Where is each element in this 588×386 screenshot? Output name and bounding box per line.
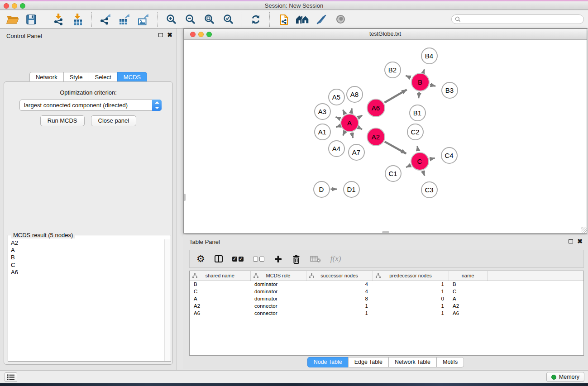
graph-node-B1[interactable]: B1 [409,105,426,121]
hide-labels-icon[interactable] [312,12,331,27]
graph-node-D[interactable]: D [313,181,330,198]
zoom-in-icon[interactable] [162,12,181,27]
open-file-icon[interactable] [3,12,22,27]
zoom-out-icon[interactable] [181,12,200,27]
mcds-result-item[interactable]: A2 [9,239,164,247]
horizontal-scrollbar-thumb[interactable] [382,231,389,233]
table-row[interactable]: Bdominator41B [190,281,583,288]
import-network-icon[interactable] [49,12,68,27]
tab-edge-table[interactable]: Edge Table [348,357,389,367]
delete-table-icon[interactable] [310,255,321,263]
column-header-predecessor-nodes[interactable]: predecessor nodes [373,271,449,281]
graph-edge-C-C4 [430,158,435,159]
refresh-layout-icon[interactable] [246,12,265,27]
float-panel-icon[interactable] [158,33,163,37]
mcds-result-item[interactable]: A [9,247,164,254]
show-columns-icon[interactable] [215,255,223,262]
tab-motifs[interactable]: Motifs [436,357,464,367]
window-resize-grip[interactable] [581,227,587,233]
table-toolbar: ⚙ ✓✓ f(x) [189,250,584,268]
task-history-button[interactable] [5,372,17,382]
graph-node-B3[interactable]: B3 [441,82,458,99]
table-row[interactable]: A2connector11A2 [190,302,583,310]
close-panel-icon[interactable]: ✖ [167,33,172,37]
duplicate-network-icon[interactable] [274,12,293,27]
delete-row-trash-icon[interactable] [292,254,301,264]
add-row-icon[interactable] [274,255,282,263]
zoom-fit-icon[interactable] [200,12,219,27]
zoom-selected-icon[interactable] [219,12,238,27]
graph-node-A3[interactable]: A3 [314,103,331,120]
select-all-checkboxes-icon[interactable]: ✓✓ [232,257,244,262]
graph-node-A2[interactable]: A2 [367,128,385,146]
table-cell: dominator [250,288,306,295]
deselect-all-checkboxes-icon[interactable] [253,257,264,262]
home-view-icon[interactable] [293,12,312,27]
float-panel-icon[interactable] [569,239,573,243]
table-panel-window-controls: ✖ [569,239,583,243]
graph-node-A[interactable]: A [340,114,359,132]
export-network-icon[interactable] [96,12,115,27]
close-panel-button[interactable]: Close panel [91,115,137,126]
graph-node-A7[interactable]: A7 [348,144,365,161]
import-table-icon[interactable] [68,12,87,27]
graph-node-C4[interactable]: C4 [441,147,458,164]
graph-node-C2[interactable]: C2 [407,124,424,140]
export-image-icon[interactable] [134,12,153,27]
mcds-result-item[interactable]: C [9,262,164,269]
column-header-name[interactable]: name [449,271,487,281]
show-preview-eye-icon[interactable] [331,12,350,27]
table-cell: A6 [449,310,487,317]
graph-node-B4[interactable]: B4 [421,48,438,64]
graph-node-A8[interactable]: A8 [346,86,363,103]
memory-button[interactable]: Memory [546,372,584,382]
tab-network-table[interactable]: Network Table [388,357,437,367]
function-builder-icon[interactable]: f(x) [330,254,341,263]
table-header-row: shared nameMCDS rolesuccessor nodesprede… [190,271,583,281]
column-header-filler [487,271,583,281]
network-view-window: testGlobe.txt AA6A2BCA5A8A3A1A4A7B2B4B3B… [183,29,587,234]
control-panel-window-controls: ✖ [158,33,172,37]
column-header-MCDS-role[interactable]: MCDS role [250,271,306,281]
column-header-shared-name[interactable]: shared name [190,271,250,281]
table-cell-filler [487,295,583,302]
graph-node-C3[interactable]: C3 [421,181,438,198]
graph-node-A6[interactable]: A6 [367,99,385,117]
memory-label: Memory [559,374,579,380]
tab-node-table[interactable]: Node Table [307,357,349,367]
mcds-result-item[interactable]: A6 [9,269,164,276]
toolbar-separator [242,12,242,27]
table-row[interactable]: A6connector11A6 [190,310,583,317]
column-header-successor-nodes[interactable]: successor nodes [306,271,373,281]
run-mcds-button[interactable]: Run MCDS [40,115,85,126]
save-session-icon[interactable] [22,12,41,27]
table-cell-filler [487,302,583,310]
vertical-scrollbar-thumb[interactable] [184,194,186,201]
graph-node-D1[interactable]: D1 [343,181,360,198]
result-list-scrollbar[interactable] [164,239,170,361]
graph-node-C1[interactable]: C1 [385,165,402,182]
table-row[interactable]: Cdominator41C [190,288,583,295]
table-cell-filler [487,281,583,288]
optimization-criterion-dropdown[interactable]: largest connected component (directed) [19,100,162,111]
main-titlebar: Session: New Session [0,1,588,10]
status-bar: Memory [0,370,588,383]
table-row[interactable]: Adominator80A [190,295,583,302]
graph-edge-A6-B [384,90,406,103]
dropdown-selected-value: largest connected component (directed) [20,102,152,109]
network-window-titlebar[interactable]: testGlobe.txt [184,29,587,40]
network-canvas[interactable]: AA6A2BCA5A8A3A1A4A7B2B4B3B1C2C1C4C3DD1 [184,40,587,233]
close-panel-icon[interactable]: ✖ [577,239,583,243]
window-title: Session: New Session [0,2,588,9]
graph-node-A1[interactable]: A1 [314,124,331,140]
graph-node-B[interactable]: B [411,73,430,91]
graph-node-A4[interactable]: A4 [328,140,345,157]
table-cell: dominator [250,295,306,302]
graph-node-B2[interactable]: B2 [384,62,401,78]
search-input[interactable] [451,14,584,24]
table-settings-icon[interactable]: ⚙ [196,254,205,263]
graph-node-C[interactable]: C [411,152,429,171]
export-table-icon[interactable] [115,12,134,27]
mcds-result-item[interactable]: B [9,254,164,261]
graph-node-A5[interactable]: A5 [328,89,345,105]
